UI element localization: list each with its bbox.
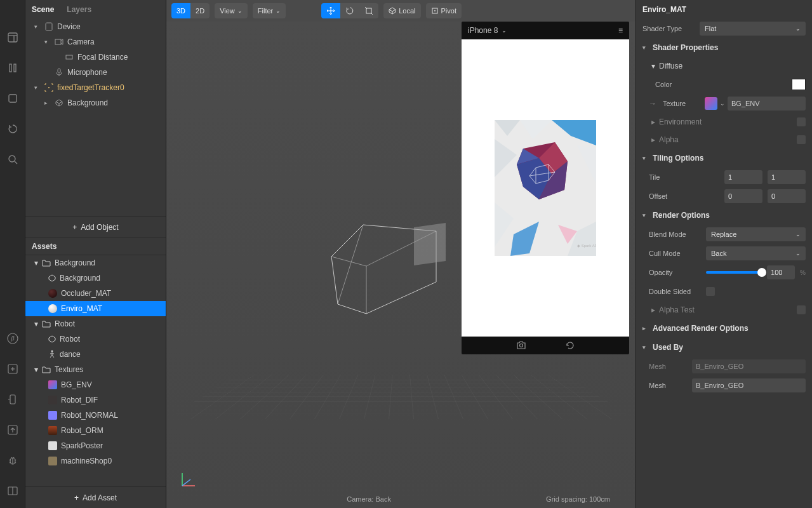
- rotate-tool[interactable]: [340, 3, 359, 18]
- view-dropdown[interactable]: View⌄: [215, 3, 248, 18]
- offset-label: Offset: [649, 192, 701, 200]
- alpha-checkbox[interactable]: [797, 135, 806, 144]
- used-mesh-2: [692, 378, 806, 392]
- svg-point-47: [520, 344, 523, 347]
- svg-line-31: [182, 479, 190, 486]
- offset-y-input[interactable]: [768, 189, 806, 203]
- asset-occluder-mat[interactable]: Occluder_MAT: [25, 286, 166, 301]
- plus-icon: +: [72, 223, 77, 232]
- asset-enviro-mat[interactable]: Enviro_MAT: [25, 301, 166, 316]
- subsection-diffuse[interactable]: ▾Diffuse: [636, 57, 812, 75]
- asset-robot-dif[interactable]: Robot_DIF: [25, 392, 166, 408]
- tree-label: Background: [67, 98, 108, 107]
- cull-mode-select[interactable]: Back⌄: [706, 246, 806, 260]
- asset-robot-mesh[interactable]: Robot: [25, 331, 166, 347]
- scene-item-microphone[interactable]: Microphone: [25, 65, 166, 80]
- asset-folder-background[interactable]: ▾Background: [25, 255, 166, 271]
- double-sided-checkbox[interactable]: [706, 287, 715, 296]
- add-asset-label: Add Asset: [83, 493, 117, 502]
- section-render[interactable]: ▾Render Options: [636, 206, 812, 225]
- subsection-alpha-test[interactable]: ▸Alpha Test: [636, 301, 812, 319]
- shader-type-select[interactable]: Flat⌄: [700, 22, 806, 36]
- opacity-input[interactable]: [767, 265, 795, 279]
- svg-line-7: [15, 161, 17, 164]
- filter-dropdown[interactable]: Filter⌄: [253, 3, 286, 18]
- scene-item-background[interactable]: ▸Background: [25, 95, 166, 110]
- tile-x-input[interactable]: [724, 170, 762, 184]
- capture-icon[interactable]: [516, 340, 527, 351]
- asset-label: Occluder_MAT: [61, 289, 111, 298]
- chevron-down-icon[interactable]: ⌄: [720, 100, 725, 107]
- texture-icon: [48, 441, 57, 450]
- scene-item-camera[interactable]: ▾Camera: [25, 34, 166, 50]
- layout-icon[interactable]: [7, 32, 18, 43]
- inspector-panel: Enviro_MAT Shader Type Flat⌄ ▾Shader Pro…: [636, 0, 812, 508]
- environment-checkbox[interactable]: [797, 117, 806, 126]
- asset-dance[interactable]: dance: [25, 347, 166, 362]
- asset-label: SparkPoster: [61, 441, 103, 450]
- menu-icon[interactable]: ≡: [618, 26, 623, 35]
- reset-icon[interactable]: [565, 340, 575, 351]
- section-used-by[interactable]: ▾Used By: [636, 338, 812, 357]
- scene-item-device[interactable]: ▾Device: [25, 19, 166, 34]
- scale-tool[interactable]: [359, 3, 378, 18]
- mode-3d-button[interactable]: 3D: [171, 3, 190, 18]
- add-asset-button[interactable]: +Add Asset: [25, 486, 166, 508]
- asset-machine-shop[interactable]: machineShop0: [25, 453, 166, 469]
- tile-label: Tile: [649, 173, 701, 181]
- percent-label: %: [800, 269, 806, 276]
- subsection-alpha[interactable]: ▸Alpha: [636, 131, 812, 149]
- blend-mode-select[interactable]: Replace⌄: [706, 227, 806, 241]
- bug-icon[interactable]: [7, 455, 18, 466]
- svg-rect-4: [14, 64, 16, 72]
- move-tool[interactable]: [321, 3, 340, 18]
- svg-point-24: [51, 351, 53, 352]
- add-square-icon[interactable]: [7, 363, 18, 375]
- section-shader-properties[interactable]: ▾Shader Properties: [636, 38, 812, 57]
- asset-bg-env[interactable]: BG_ENV: [25, 377, 166, 392]
- chevron-down-icon: ⌄: [237, 8, 243, 14]
- asset-folder-robot[interactable]: ▾Robot: [25, 316, 166, 331]
- asset-folder-textures[interactable]: ▾Textures: [25, 362, 166, 377]
- scene-item-tracker[interactable]: ▾fixedTargetTracker0: [25, 80, 166, 95]
- subsection-environment[interactable]: ▸Environment: [636, 113, 812, 131]
- color-picker[interactable]: [792, 79, 806, 90]
- texture-thumb[interactable]: [705, 97, 717, 110]
- tab-layers[interactable]: Layers: [67, 5, 91, 14]
- scene-item-focal[interactable]: Focal Distance: [25, 50, 166, 65]
- add-object-button[interactable]: +Add Object: [25, 216, 166, 237]
- used-mesh-1: [692, 359, 806, 373]
- tracker-icon: [44, 83, 53, 92]
- status-bar: Camera: Back Grid spacing: 100cm: [166, 495, 636, 503]
- pause-icon[interactable]: [7, 62, 18, 74]
- texture-icon: [48, 396, 57, 404]
- tab-scene[interactable]: Scene: [32, 5, 54, 14]
- search-icon[interactable]: [7, 154, 18, 165]
- upload-icon[interactable]: [7, 424, 18, 436]
- link-icon[interactable]: →: [649, 99, 658, 108]
- asset-spark-poster[interactable]: SparkPoster: [25, 438, 166, 453]
- tile-y-input[interactable]: [768, 170, 806, 184]
- asset-background-mesh[interactable]: Background: [25, 271, 166, 286]
- asset-robot-normal[interactable]: Robot_NORMAL: [25, 408, 166, 423]
- beta-icon[interactable]: β: [7, 333, 18, 344]
- offset-x-input[interactable]: [724, 189, 762, 203]
- chevron-down-icon: ⌄: [795, 25, 801, 32]
- svg-marker-45: [568, 222, 596, 256]
- book-icon[interactable]: [7, 485, 18, 497]
- local-button[interactable]: Local: [383, 3, 420, 18]
- refresh-icon[interactable]: [7, 123, 18, 135]
- square-icon[interactable]: [7, 93, 18, 104]
- asset-robot-orm[interactable]: Robot_ORM: [25, 423, 166, 438]
- mesh-label: Mesh: [649, 363, 687, 370]
- section-advanced-render[interactable]: ▸Advanced Render Options: [636, 319, 812, 338]
- mode-2d-button[interactable]: 2D: [190, 3, 210, 18]
- device-icon[interactable]: [7, 394, 18, 405]
- device-selector[interactable]: iPhone 8 ⌄ ≡: [462, 22, 629, 39]
- section-tiling[interactable]: ▾Tiling Options: [636, 149, 812, 168]
- opacity-slider[interactable]: [706, 271, 762, 274]
- alpha-test-checkbox[interactable]: [797, 305, 806, 314]
- asset-label: machineShop0: [61, 457, 112, 465]
- grid-floor: [166, 375, 636, 419]
- pivot-button[interactable]: Pivot: [426, 3, 462, 18]
